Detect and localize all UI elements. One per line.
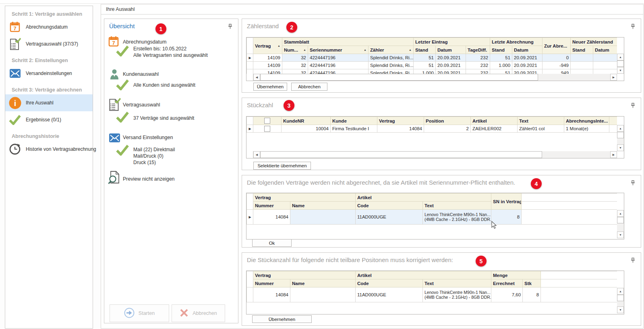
table-row[interactable]: 14084 11AD000UGE Lenovo ThinkCentre M90n…: [247, 287, 617, 302]
scroll-up-button[interactable]: ▲: [617, 54, 624, 60]
col-header-kundenr[interactable]: KundeNR: [282, 117, 331, 125]
ok-button[interactable]: Ok: [252, 239, 292, 247]
pin-icon[interactable]: [631, 23, 635, 31]
cell-zaehler[interactable]: Splendid Drinks, Ri...: [369, 54, 414, 62]
abbrechen-button[interactable]: Abbrechen: [291, 83, 327, 91]
vertical-scrollbar[interactable]: ▲ ▼: [617, 125, 624, 151]
col-header-code[interactable]: Code: [356, 279, 423, 287]
selektierte-uebernehmen-button[interactable]: Selektierte übernehmen: [253, 162, 311, 170]
table-row[interactable]: ▶ 14109 32 4224447196 Splendid Drinks, R…: [247, 54, 617, 62]
hscroll-thumb[interactable]: [260, 74, 538, 81]
cell-datum[interactable]: 20.09.2021: [512, 54, 543, 62]
vscroll-thumb[interactable]: [617, 295, 624, 301]
uebernehmen-button[interactable]: Übernehmen: [252, 315, 312, 323]
vertical-scrollbar[interactable]: ▲ ▼: [617, 288, 624, 313]
col-header-stand[interactable]: Stand: [414, 46, 436, 54]
scroll-down-button[interactable]: ▼: [617, 306, 624, 313]
cell-seriennummer[interactable]: 4224447196: [308, 54, 369, 62]
cell-zur-abre[interactable]: 0: [543, 54, 571, 62]
scroll-down-button[interactable]: ▼: [617, 231, 624, 238]
col-header-datum[interactable]: Datum: [593, 46, 617, 54]
cell-stand[interactable]: 1.000: [490, 62, 512, 69]
col-header-seriennummer[interactable]: Seriennummer▲: [308, 46, 369, 54]
scroll-left-button[interactable]: ◀: [253, 151, 260, 158]
cell-text[interactable]: Zähler01 col: [518, 125, 564, 133]
select-all-header[interactable]: [253, 117, 282, 125]
cell-stand[interactable]: 1.000: [414, 69, 436, 74]
seriennummer-table[interactable]: Vertrag Artikel SN in Vertrag Nummer Nam…: [246, 193, 617, 225]
col-header-text[interactable]: Text: [423, 279, 491, 287]
scroll-right-button[interactable]: ▶: [610, 151, 617, 158]
cell-text[interactable]: Lenovo ThinkCentre M90n-1 Nan... (4MB Ca…: [423, 287, 491, 302]
cell-zaehler[interactable]: Splendid Drinks, Ri...: [369, 62, 414, 69]
cell-datum[interactable]: 20.09.2021: [512, 62, 543, 69]
uebernehmen-button[interactable]: Übernehmen: [253, 83, 287, 91]
cell-vertrag[interactable]: 14109: [253, 69, 282, 74]
sidebar-item-abrechnungsdatum[interactable]: 7 Abrechnungsdatum: [5, 19, 93, 35]
cell-nummer[interactable]: 14084: [253, 210, 290, 225]
cell-stand[interactable]: 51: [414, 62, 436, 69]
scroll-right-button[interactable]: ▶: [610, 74, 617, 81]
cell-tagediff[interactable]: 232: [466, 62, 490, 69]
cell-kundenr[interactable]: 10004: [282, 125, 331, 133]
zaehlerstand-grid[interactable]: Vertrag▲ Stammblatt Letzter Eintrag Letz…: [246, 37, 624, 81]
col-header-stand[interactable]: Stand: [571, 46, 593, 54]
cell-neu-datum[interactable]: [593, 54, 617, 62]
stueckzahl-table[interactable]: KundeNR Kunde Vertrag Position Artikel T…: [246, 117, 617, 133]
cell-name[interactable]: [290, 210, 356, 225]
cell-neu-stand[interactable]: [571, 62, 593, 69]
start-button[interactable]: Starten: [110, 304, 169, 322]
table-row[interactable]: 14109 32 4224447196 Splendid Drinks, Ri.…: [247, 69, 617, 74]
cell-nummer[interactable]: 32: [282, 62, 308, 69]
cell-tagediff[interactable]: 232: [466, 69, 490, 74]
hscroll-thumb[interactable]: [260, 151, 542, 158]
stueckzahl-grid[interactable]: KundeNR Kunde Vertrag Position Artikel T…: [246, 116, 624, 158]
scroll-up-button[interactable]: ▲: [617, 210, 624, 217]
pin-icon[interactable]: [631, 102, 635, 110]
cell-nummer[interactable]: 32: [282, 69, 308, 74]
scroll-up-button[interactable]: ▲: [617, 125, 624, 132]
cell-code[interactable]: 11AD000UGE: [356, 287, 423, 302]
col-header-tagediff[interactable]: TageDiff.: [466, 46, 490, 54]
cell-tagediff[interactable]: 232: [466, 54, 490, 62]
vertical-scrollbar[interactable]: ▲ ▼: [617, 54, 624, 74]
scroll-down-button[interactable]: ▼: [617, 144, 624, 151]
vscroll-thumb[interactable]: [617, 132, 624, 138]
cell-zur-abre[interactable]: -949: [543, 62, 571, 69]
cell-position[interactable]: 2: [424, 125, 471, 133]
col-header-name[interactable]: Name: [290, 279, 356, 287]
cell-seriennummer[interactable]: 4224447196: [308, 69, 369, 74]
col-header-intervall[interactable]: AbrechnungsInte...: [564, 117, 609, 125]
menge-table[interactable]: Vertrag Artikel Menge Nummer Name Code T…: [246, 271, 617, 302]
cell-neu-stand[interactable]: [571, 54, 593, 62]
col-header-kunde[interactable]: Kunde: [331, 117, 377, 125]
sidebar-item-ihre-auswahl[interactable]: i Ihre Auswahl: [5, 94, 93, 111]
cell-artikel[interactable]: ZAEHLER002: [471, 125, 518, 133]
col-header-name[interactable]: Name: [290, 202, 356, 210]
col-header-datum[interactable]: Datum: [512, 46, 543, 54]
pin-icon[interactable]: [228, 23, 232, 31]
select-all-checkbox[interactable]: [264, 118, 270, 124]
cell-zaehler[interactable]: Splendid Drinks, Ri...: [369, 69, 414, 74]
col-header-nummer[interactable]: Num...▲: [282, 46, 308, 54]
col-header-sn[interactable]: SN in Vertrag: [491, 194, 522, 210]
col-header-zur-abre[interactable]: Zur Abre...: [543, 38, 571, 54]
col-header-vertrag[interactable]: Vertrag: [377, 117, 424, 125]
sidebar-item-historie[interactable]: Historie von Vertragsabrechnung: [5, 141, 93, 158]
table-row[interactable]: ▶ 10004 Firma Testkunde I 14084 2 ZAEHLE…: [247, 125, 617, 133]
pin-icon[interactable]: [631, 180, 635, 187]
cell-datum[interactable]: 20.09.2021: [436, 69, 466, 74]
menge-grid[interactable]: Vertrag Artikel Menge Nummer Name Code T…: [246, 271, 624, 314]
col-header-text[interactable]: Text: [518, 117, 564, 125]
scroll-up-button[interactable]: ▲: [617, 288, 624, 295]
vscroll-thumb[interactable]: [617, 217, 624, 223]
col-header-code[interactable]: Code: [356, 202, 423, 210]
cell-nummer[interactable]: 14084: [253, 287, 290, 302]
vertical-scrollbar[interactable]: ▲ ▼: [617, 210, 624, 238]
cell-text[interactable]: Lenovo ThinkCentre M90n-1 Nan... (4MB Ca…: [423, 210, 491, 225]
cell-vertrag[interactable]: 14084: [377, 125, 424, 133]
cell-datum[interactable]: 20.09.2021: [436, 62, 466, 69]
row-checkbox[interactable]: [264, 126, 270, 132]
col-header-artikel[interactable]: Artikel: [471, 117, 518, 125]
cell-neu-stand[interactable]: [571, 69, 593, 74]
